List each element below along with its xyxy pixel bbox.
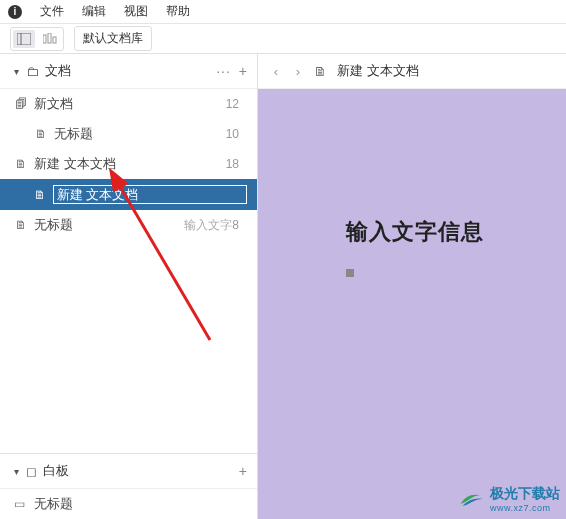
toolbar: 默认文档库 [0, 24, 566, 54]
rename-input[interactable] [53, 185, 247, 204]
tree-item-label: 无标题 [54, 125, 226, 143]
section-boards-add-button[interactable]: + [239, 463, 247, 479]
doc-group-icon: 🗐 [14, 97, 28, 111]
tree-item[interactable]: 🗐 新文档 12 [0, 89, 257, 119]
view-list-button[interactable] [13, 30, 35, 48]
list-item-label: 无标题 [34, 495, 73, 513]
menu-edit[interactable]: 编辑 [82, 3, 106, 20]
section-docs-header[interactable]: ▾ 🗀 文档 ··· + [0, 54, 257, 89]
watermark-text-cn: 极光下载站 [490, 485, 560, 503]
watermark-text-en: www.xz7.com [490, 503, 560, 513]
doc-icon: 🗎 [14, 218, 28, 232]
tree-item-count: 12 [226, 97, 247, 111]
breadcrumb: ‹ › 🗎 新建 文本文档 [258, 54, 566, 89]
nav-forward-button[interactable]: › [292, 64, 304, 79]
content-pane: ‹ › 🗎 新建 文本文档 输入文字信息 [258, 54, 566, 519]
section-docs-more-button[interactable]: ··· [216, 63, 231, 79]
tree-item[interactable]: 🗎 无标题 输入文字 8 [0, 210, 257, 240]
editor-title[interactable]: 输入文字信息 [346, 217, 484, 247]
docs-tree: 🗐 新文档 12 🗎 无标题 10 🗎 新建 文本文档 18 🗎 [0, 89, 257, 453]
doc-icon: 🗎 [314, 64, 327, 79]
svg-rect-4 [53, 37, 56, 43]
sidebar: ▾ 🗀 文档 ··· + 🗐 新文档 12 🗎 无标题 10 🗎 [0, 54, 258, 519]
board-item-icon: ▭ [14, 497, 28, 511]
chevron-down-icon: ▾ [10, 466, 22, 477]
section-docs-add-button[interactable]: + [239, 63, 247, 79]
tree-item[interactable]: 🗎 无标题 10 [0, 119, 257, 149]
breadcrumb-title: 新建 文本文档 [337, 62, 419, 80]
editor-cursor [346, 269, 354, 277]
doc-icon: 🗎 [34, 188, 47, 202]
tree-item-count: 8 [232, 218, 247, 232]
menu-help[interactable]: 帮助 [166, 3, 190, 20]
section-boards-title: 白板 [43, 462, 239, 480]
list-item[interactable]: ▭ 无标题 [0, 489, 257, 519]
tree-item-label: 新文档 [34, 95, 226, 113]
tree-item-selected[interactable]: 🗎 [0, 179, 257, 210]
watermark: 极光下载站 www.xz7.com [457, 485, 560, 513]
menu-bar: i 文件 编辑 视图 帮助 [0, 0, 566, 24]
tree-item-label: 新建 文本文档 [34, 155, 226, 173]
view-columns-button[interactable] [39, 30, 61, 48]
menu-file[interactable]: 文件 [40, 3, 64, 20]
boards-list: ▭ 无标题 [0, 489, 257, 519]
chevron-down-icon: ▾ [10, 66, 22, 77]
editor-area[interactable]: 输入文字信息 [258, 89, 566, 519]
svg-rect-0 [17, 33, 31, 45]
svg-rect-3 [48, 33, 51, 43]
menu-view[interactable]: 视图 [124, 3, 148, 20]
tree-item-hint: 输入文字 [184, 217, 232, 234]
tree-item-label: 无标题 [34, 216, 180, 234]
tree-item-count: 10 [226, 127, 247, 141]
tree-item-count: 18 [226, 157, 247, 171]
view-mode-group [10, 27, 64, 51]
default-library-button[interactable]: 默认文档库 [74, 26, 152, 51]
app-logo-icon: i [8, 5, 22, 19]
folder-icon: 🗀 [26, 64, 39, 79]
section-boards-header[interactable]: ▾ ◻ 白板 + [0, 454, 257, 489]
nav-back-button[interactable]: ‹ [270, 64, 282, 79]
board-icon: ◻ [26, 464, 37, 479]
section-docs-title: 文档 [45, 62, 216, 80]
doc-icon: 🗎 [34, 127, 48, 141]
watermark-logo-icon [457, 488, 485, 510]
doc-icon: 🗎 [14, 157, 28, 171]
tree-item[interactable]: 🗎 新建 文本文档 18 [0, 149, 257, 179]
svg-rect-2 [43, 35, 46, 43]
